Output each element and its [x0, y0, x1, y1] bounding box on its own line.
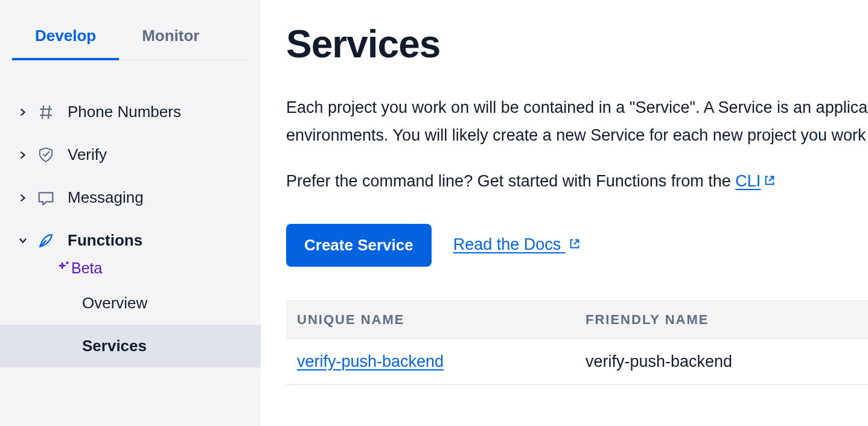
external-link-icon — [568, 236, 581, 255]
nav-item-label: Verify — [68, 145, 107, 164]
td-friendly-name: verify-push-backend — [586, 352, 868, 371]
sidebar-tabs: Develop Monitor — [6, 0, 250, 60]
chevron-right-icon — [14, 151, 31, 159]
cli-prefix: Prefer the command line? Get started wit… — [286, 172, 735, 190]
beta-badge: Beta — [57, 259, 261, 277]
table-body: verify-push-backend verify-push-backend — [286, 339, 868, 385]
sparkle-icon — [57, 259, 70, 277]
nav-item-label: Functions — [68, 231, 142, 250]
chevron-right-icon — [14, 194, 31, 202]
chevron-right-icon — [14, 108, 31, 116]
tab-develop[interactable]: Develop — [12, 0, 119, 60]
external-link-icon — [763, 170, 776, 195]
hash-icon — [35, 103, 57, 121]
nav-item-label: Phone Numbers — [68, 103, 181, 121]
nav-item-phone-numbers[interactable]: Phone Numbers — [0, 91, 261, 133]
main-content: Services Each project you work on will b… — [261, 0, 868, 426]
services-table: Unique Name Friendly Name verify-push-ba… — [286, 300, 868, 385]
shield-check-icon — [35, 146, 57, 164]
create-service-button[interactable]: Create Service — [286, 224, 432, 267]
description-line2: environments. You will likely create a n… — [286, 123, 868, 148]
read-docs-link[interactable]: Read the Docs — [453, 235, 581, 255]
svg-line-3 — [48, 105, 50, 119]
actions-row: Create Service Read the Docs — [286, 224, 868, 267]
page-title: Services — [286, 22, 868, 66]
chat-icon — [35, 189, 57, 207]
sidebar: Develop Monitor Phone Numbers — [0, 0, 261, 426]
nav-item-functions[interactable]: Functions — [0, 219, 261, 262]
subnav-overview[interactable]: Overview — [0, 282, 261, 325]
th-unique-name: Unique Name — [286, 312, 586, 328]
description-line1: Each project you work on will be contain… — [286, 95, 868, 121]
subnav-services[interactable]: Services — [0, 325, 261, 367]
tab-monitor[interactable]: Monitor — [119, 0, 222, 60]
service-link[interactable]: verify-push-backend — [297, 352, 444, 370]
cli-link[interactable]: CLI — [735, 172, 776, 190]
chevron-down-icon — [14, 237, 31, 245]
table-header: Unique Name Friendly Name — [286, 300, 868, 339]
nav-item-label: Messaging — [68, 188, 144, 207]
svg-line-8 — [574, 240, 578, 244]
nav-item-verify[interactable]: Verify — [0, 133, 261, 176]
td-unique-name: verify-push-backend — [286, 352, 586, 371]
th-friendly-name: Friendly Name — [586, 312, 868, 328]
table-row: verify-push-backend verify-push-backend — [286, 339, 868, 385]
svg-line-2 — [42, 105, 44, 119]
nav-item-messaging[interactable]: Messaging — [0, 176, 261, 219]
feather-icon — [35, 232, 57, 250]
functions-submenu: Overview Services — [0, 282, 261, 367]
sidebar-nav: Phone Numbers Verify — [0, 60, 261, 367]
beta-label: Beta — [71, 259, 102, 277]
svg-line-7 — [769, 176, 773, 180]
cli-line: Prefer the command line? Get started wit… — [286, 169, 868, 195]
